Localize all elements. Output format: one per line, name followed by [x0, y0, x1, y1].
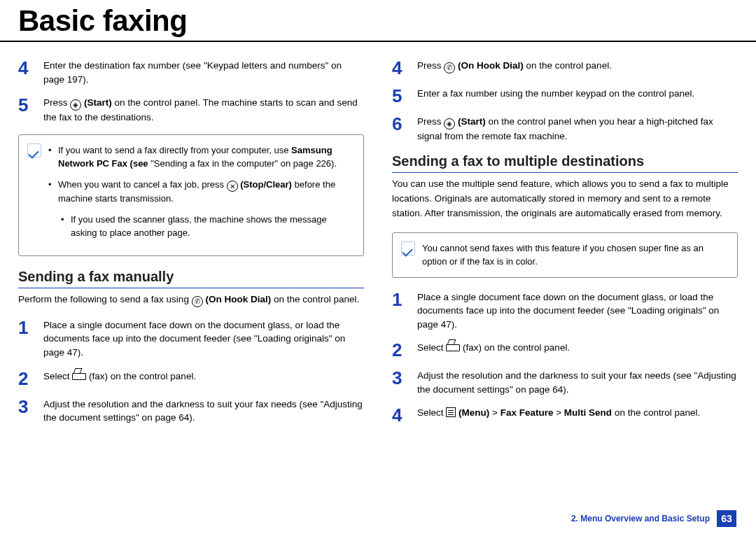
- start-icon: ◈: [444, 118, 455, 129]
- step-5-right: 5 Enter a fax number using the number ke…: [392, 87, 738, 105]
- chapter-label[interactable]: 2. Menu Overview and Basic Setup: [571, 514, 710, 524]
- note-body: You cannot send faxes with this feature …: [422, 241, 727, 269]
- note-item: If you want to send a fax directly from …: [48, 143, 354, 171]
- step-5-left: 5 Press ◈ (Start) on the control panel. …: [18, 96, 364, 125]
- text: on the control panel.: [526, 60, 612, 71]
- step-number: 4: [18, 59, 43, 86]
- bold-text: Fax Feature: [500, 407, 554, 418]
- page-footer: 2. Menu Overview and Basic Setup 63: [571, 510, 736, 527]
- fax-icon: [446, 343, 460, 351]
- text: If you want to send a fax directly from …: [58, 145, 291, 155]
- text: Select: [43, 371, 72, 381]
- step-1-multi: 1 Place a single document face down on t…: [392, 290, 738, 332]
- bold-text: (On Hook Dial): [205, 294, 271, 304]
- page-title: Basic faxing: [0, 0, 756, 42]
- step-text: Press ◈ (Start) on the control panel. Th…: [43, 96, 364, 125]
- step-2-multi: 2 Select (fax) on the control panel.: [392, 341, 738, 359]
- note-box: You cannot send faxes with this feature …: [392, 232, 738, 278]
- step-text: Select (Menu) > Fax Feature > Multi Send…: [417, 406, 738, 424]
- text: When you want to cancel a fax job, press: [58, 179, 227, 190]
- bold-text: (Start): [458, 116, 486, 127]
- note-icon: [401, 241, 415, 255]
- step-6-right: 6 Press ◈ (Start) on the control panel w…: [392, 115, 738, 143]
- step-text: Select (fax) on the control panel.: [43, 370, 364, 388]
- step-text: Place a single document face down on the…: [417, 290, 738, 332]
- phone-icon: ✆: [192, 296, 203, 307]
- note-box: If you want to send a fax directly from …: [18, 134, 364, 256]
- text: Press: [43, 97, 70, 108]
- step-4-right: 4 Press ✆ (On Hook Dial) on the control …: [392, 59, 738, 77]
- intro-text: Perform the following to send a fax usin…: [18, 293, 364, 307]
- step-number: 4: [392, 59, 417, 77]
- step-number: 4: [392, 406, 417, 424]
- start-icon: ◈: [70, 99, 81, 111]
- text: on the control panel.: [274, 294, 359, 304]
- text: (fax) on the control panel.: [463, 342, 570, 353]
- note-subitem: If you used the scanner glass, the machi…: [61, 213, 354, 240]
- text: >: [553, 407, 564, 418]
- text: Press: [417, 60, 444, 71]
- text: Select: [417, 407, 446, 418]
- text: Press: [417, 116, 444, 127]
- text: ).: [331, 158, 337, 169]
- bold-text: (Stop/Clear): [240, 179, 292, 190]
- phone-icon: ✆: [444, 62, 455, 73]
- right-column: 4 Press ✆ (On Hook Dial) on the control …: [392, 59, 738, 435]
- step-2-manual: 2 Select (fax) on the control panel.: [18, 370, 364, 388]
- step-number: 6: [392, 115, 417, 143]
- step-text: Enter a fax number using the number keyp…: [417, 87, 738, 105]
- link-text[interactable]: "Sending a fax in the computer" on page …: [150, 158, 331, 169]
- bold-text: (Start): [84, 97, 112, 108]
- menu-icon: [446, 407, 456, 417]
- step-4-left: 4 Enter the destination fax number (see …: [18, 59, 364, 86]
- step-text: Select (fax) on the control panel.: [417, 341, 738, 359]
- step-3-manual: 3 Adjust the resolution and the darkness…: [18, 398, 364, 425]
- text: (fax) on the control panel.: [89, 371, 196, 381]
- bold-text: (Menu): [458, 407, 489, 418]
- stop-icon: ✕: [227, 181, 238, 192]
- bold-text: (On Hook Dial): [458, 60, 524, 71]
- step-3-multi: 3 Adjust the resolution and the darkness…: [392, 369, 738, 396]
- step-number: 2: [392, 341, 417, 359]
- section-heading-manual: Sending a fax manually: [18, 269, 364, 288]
- page-number-badge: 63: [717, 510, 736, 527]
- text: >: [489, 407, 500, 418]
- intro-text: You can use the multiple send feature, w…: [392, 177, 738, 221]
- step-number: 2: [18, 370, 43, 388]
- note-icon: [27, 143, 41, 157]
- text: Select: [417, 342, 446, 353]
- section-heading-multi: Sending a fax to multiple destinations: [392, 153, 738, 173]
- step-1-manual: 1 Place a single document face down on t…: [18, 318, 364, 360]
- text: on the control panel.: [615, 407, 700, 418]
- note-body: If you want to send a fax directly from …: [48, 143, 354, 247]
- content-columns: 4 Enter the destination fax number (see …: [0, 42, 756, 442]
- step-number: 5: [18, 96, 43, 125]
- step-number: 3: [392, 369, 417, 396]
- step-number: 3: [18, 398, 43, 425]
- step-text: Press ◈ (Start) on the control panel whe…: [417, 115, 738, 143]
- fax-icon: [72, 372, 86, 380]
- left-column: 4 Enter the destination fax number (see …: [18, 59, 364, 435]
- step-text: Adjust the resolution and the darkness t…: [43, 398, 364, 425]
- step-number: 1: [392, 290, 417, 332]
- step-text: Press ✆ (On Hook Dial) on the control pa…: [417, 59, 738, 77]
- step-4-multi: 4 Select (Menu) > Fax Feature > Multi Se…: [392, 406, 738, 424]
- text: Perform the following to send a fax usin…: [18, 294, 192, 304]
- step-number: 5: [392, 87, 417, 105]
- bold-text: Multi Send: [564, 407, 612, 418]
- step-number: 1: [18, 318, 43, 360]
- note-item: When you want to cancel a fax job, press…: [48, 178, 354, 206]
- step-text: Place a single document face down on the…: [43, 318, 364, 360]
- step-text: Enter the destination fax number (see "K…: [43, 59, 364, 86]
- step-text: Adjust the resolution and the darkness t…: [417, 369, 738, 396]
